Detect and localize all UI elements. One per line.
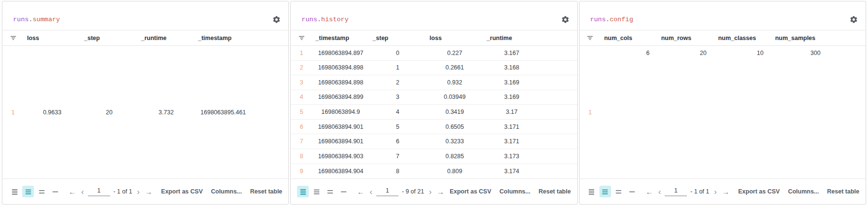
cell-value: 7 <box>369 153 426 160</box>
cell-value: 4 <box>369 109 426 115</box>
reset-table-button[interactable]: Reset table <box>539 188 571 195</box>
cell-value: 0.809 <box>426 168 483 175</box>
first-page-arrow-icon[interactable]: ← <box>67 188 77 195</box>
table-row: 11698063894.89700.2273.167 <box>291 46 577 61</box>
page-number-input[interactable] <box>665 187 687 196</box>
column-header[interactable]: num_classes <box>715 35 772 41</box>
row-height-large-icon[interactable] <box>36 186 47 197</box>
prev-page-chevron-icon[interactable]: ‹ <box>81 188 85 196</box>
columns-button[interactable]: Columns... <box>788 188 819 195</box>
column-header[interactable]: _step <box>81 35 138 41</box>
export-csv-button[interactable]: Export as CSV <box>161 188 203 195</box>
filter-icon[interactable] <box>2 34 24 41</box>
row-height-xlarge-icon[interactable] <box>49 186 61 197</box>
cell-value: 3.732 <box>138 109 195 116</box>
row-height-medium-icon[interactable] <box>22 186 34 197</box>
panel-runs-history: runs.history _timestamp _step loss _runt… <box>290 1 577 205</box>
next-page-chevron-icon[interactable]: › <box>713 188 717 196</box>
table-actions: Export as CSV Columns... Reset table <box>738 188 859 195</box>
cell-value: 0.3233 <box>426 138 483 145</box>
table-row: 71698063894.90160.32333.171 <box>291 134 577 149</box>
cell-value: 3.167 <box>483 50 540 56</box>
last-page-arrow-icon[interactable]: → <box>143 188 154 195</box>
row-height-xlarge-icon[interactable] <box>626 186 638 197</box>
row-index: 9 <box>291 168 312 175</box>
cell-value: 1698063894.901 <box>312 124 369 130</box>
settings-gear-icon[interactable] <box>849 14 859 25</box>
last-page-arrow-icon[interactable]: → <box>721 188 731 195</box>
table-actions: Export as CSV Columns... Reset table <box>450 188 571 195</box>
page-number-input[interactable] <box>88 187 110 196</box>
table-actions: Export as CSV Columns... Reset table <box>161 188 283 195</box>
export-csv-button[interactable]: Export as CSV <box>738 188 780 195</box>
next-page-chevron-icon[interactable]: › <box>428 188 432 196</box>
export-csv-button[interactable]: Export as CSV <box>450 188 491 195</box>
title-field: summary <box>33 16 60 23</box>
row-height-selector <box>9 186 61 197</box>
column-header[interactable]: _runtime <box>138 35 195 41</box>
cell-value: 300 <box>772 46 829 56</box>
column-header[interactable]: _runtime <box>483 35 540 41</box>
row-height-small-icon[interactable] <box>9 186 20 197</box>
panel-title: runs.config <box>590 16 633 23</box>
cell-value: 1698063894.897 <box>312 50 369 56</box>
prev-page-chevron-icon[interactable]: ‹ <box>369 188 373 196</box>
row-index: 1 <box>2 109 24 116</box>
last-page-arrow-icon[interactable]: → <box>436 188 446 195</box>
cell-value: 3.174 <box>483 168 540 175</box>
cell-value: 20 <box>658 46 715 56</box>
cell-value: 3.17 <box>483 109 540 115</box>
row-height-medium-icon[interactable] <box>599 186 611 197</box>
reset-table-button[interactable]: Reset table <box>827 188 859 195</box>
reset-table-button[interactable]: Reset table <box>250 188 283 195</box>
prev-page-chevron-icon[interactable]: ‹ <box>658 188 662 196</box>
cell-value: 1698063895.461 <box>195 109 252 116</box>
row-height-medium-icon[interactable] <box>311 186 322 197</box>
row-height-small-icon[interactable] <box>297 186 309 197</box>
filter-icon[interactable] <box>291 34 312 41</box>
row-height-xlarge-icon[interactable] <box>338 186 349 197</box>
column-header[interactable]: num_rows <box>658 35 715 41</box>
columns-button[interactable]: Columns... <box>211 188 242 195</box>
page-number-input[interactable] <box>376 187 398 196</box>
settings-gear-icon[interactable] <box>560 14 570 25</box>
first-page-arrow-icon[interactable]: ← <box>356 188 366 195</box>
column-header[interactable]: loss <box>426 35 483 41</box>
cell-value: 6 <box>601 46 658 56</box>
column-header[interactable]: _timestamp <box>195 35 252 41</box>
filter-icon[interactable] <box>580 34 601 41</box>
panel-title: runs.summary <box>13 16 60 23</box>
table-footer: ← ‹ - 1 of 1 › → Export as CSV Columns..… <box>2 179 288 204</box>
cell-value: 1 <box>369 64 426 71</box>
cell-value: 3.171 <box>483 138 540 145</box>
row-height-large-icon[interactable] <box>613 186 625 197</box>
table-row: 10.9633203.7321698063895.461 <box>2 46 288 179</box>
panel-header: runs.summary <box>2 1 288 30</box>
column-header[interactable]: num_samples <box>772 35 829 41</box>
column-header[interactable]: _step <box>369 35 426 41</box>
columns-button[interactable]: Columns... <box>499 188 530 195</box>
table-footer: ← ‹ - 9 of 21 › → Export as CSV Columns.… <box>291 179 577 204</box>
row-index: 6 <box>291 124 312 130</box>
panel-header: runs.history <box>291 1 577 30</box>
column-header[interactable]: _timestamp <box>312 35 369 41</box>
panel-runs-config: runs.config num_cols num_rows num_classe… <box>579 1 866 205</box>
cell-value: 0.9633 <box>24 109 81 116</box>
page-count-label: - 9 of 21 <box>402 188 424 195</box>
cell-value: 1698063894.904 <box>312 168 369 175</box>
cell-value: 0.932 <box>426 79 483 86</box>
title-keyword: runs <box>590 16 606 23</box>
title-keyword: runs <box>301 16 317 23</box>
cell-value: 3.169 <box>483 79 540 86</box>
row-index: 8 <box>291 153 312 160</box>
table-footer: ← ‹ - 1 of 1 › → Export as CSV Columns..… <box>580 179 866 204</box>
cell-value: 2 <box>369 79 426 86</box>
column-header[interactable]: loss <box>24 35 81 41</box>
row-height-small-icon[interactable] <box>586 186 598 197</box>
row-height-large-icon[interactable] <box>324 186 336 197</box>
first-page-arrow-icon[interactable]: ← <box>644 188 655 195</box>
cell-value: 0.8285 <box>426 153 483 160</box>
settings-gear-icon[interactable] <box>271 14 282 25</box>
column-header[interactable]: num_cols <box>601 35 658 41</box>
next-page-chevron-icon[interactable]: › <box>137 188 141 196</box>
